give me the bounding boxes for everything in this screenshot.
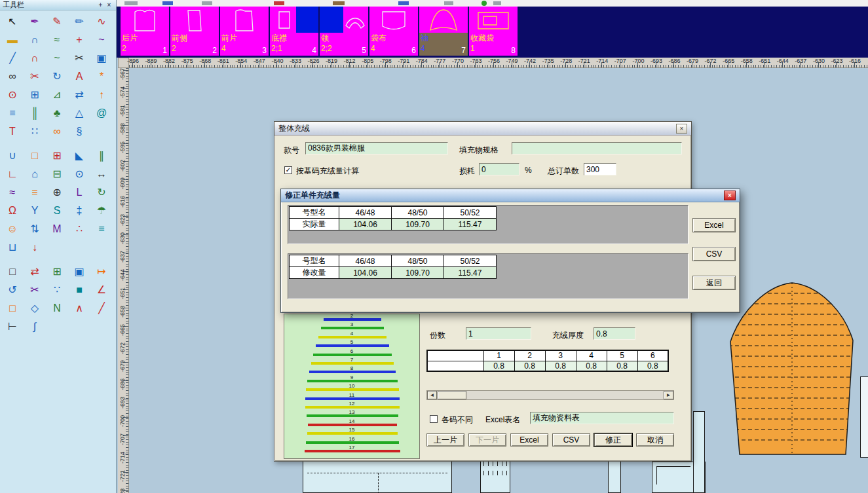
circle-dots-icon[interactable]: ⊙ xyxy=(68,165,90,183)
scroll-right-icon[interactable]: ► xyxy=(664,391,673,399)
slash-icon[interactable]: ╱ xyxy=(90,299,113,318)
magnify-icon[interactable]: ∞ xyxy=(1,67,24,86)
modify-dialog-title-bar[interactable]: 修正单件充绒量 × xyxy=(281,189,740,202)
copies-input[interactable] xyxy=(466,327,531,340)
split-icon[interactable]: ⊔ xyxy=(1,238,24,257)
by-base-size-checkbox[interactable]: ✓ xyxy=(284,166,292,174)
loss-input[interactable] xyxy=(479,163,519,175)
leaf-icon[interactable]: ♣ xyxy=(46,104,68,122)
tack-icon[interactable]: ⊢ xyxy=(1,318,24,336)
scrollbar-thumb[interactable] xyxy=(438,391,466,399)
piece-tile-5[interactable]: 领2;25 xyxy=(320,7,368,56)
spiral-icon[interactable]: @ xyxy=(90,104,113,122)
parallel-icon[interactable]: ∥ xyxy=(90,147,113,165)
needle-icon[interactable]: ‡ xyxy=(68,202,90,220)
hatch-icon[interactable]: ≡ xyxy=(1,104,24,122)
peak-icon[interactable]: ∧ xyxy=(68,299,90,318)
integral-icon[interactable]: ∫ xyxy=(24,318,46,336)
node-add-icon[interactable]: + xyxy=(68,31,90,49)
line-icon[interactable]: ╱ xyxy=(1,49,24,67)
select-piece-icon[interactable]: □ xyxy=(1,263,24,281)
modified-value-cell[interactable]: 104.06 xyxy=(339,267,392,279)
set-square-icon[interactable]: ⊿ xyxy=(46,86,68,104)
piece-tile-7[interactable]: 袖47 xyxy=(419,7,468,56)
outline-icon[interactable]: □ xyxy=(1,299,24,318)
csv-button[interactable]: CSV xyxy=(692,247,736,261)
arc-3pt-icon[interactable]: ∩ xyxy=(24,49,46,67)
overall-dialog-title-bar[interactable]: 整体充绒 × xyxy=(274,122,691,136)
grid-paper-icon[interactable]: ⊞ xyxy=(46,263,68,281)
canvas-piece-band[interactable] xyxy=(693,411,705,493)
grid-value-cell[interactable]: 0.8 xyxy=(576,361,607,371)
piece-tile-4[interactable]: 底襟2;14 xyxy=(270,7,318,56)
house-piece-icon[interactable]: ⌂ xyxy=(24,165,46,183)
vase-icon[interactable]: Ω xyxy=(1,202,24,220)
cancel-button[interactable]: 取消 xyxy=(636,433,674,447)
csv-button[interactable]: CSV xyxy=(552,433,590,447)
pocket-curve-icon[interactable]: ∪ xyxy=(1,147,24,165)
pencil-icon[interactable]: ✎ xyxy=(46,12,68,31)
pocket-icon[interactable]: □ xyxy=(24,147,46,165)
boot-icon[interactable]: L xyxy=(68,183,90,202)
shower-icon[interactable]: ☂ xyxy=(90,202,113,220)
angle-icon[interactable]: ∠ xyxy=(90,281,113,299)
piece-tile-8[interactable]: 收藏袋18 xyxy=(469,7,518,56)
modified-value-cell[interactable]: 109.70 xyxy=(392,267,444,279)
swing-arrow-icon[interactable]: ↻ xyxy=(90,183,113,202)
block-icon[interactable]: ■ xyxy=(68,281,90,299)
grid-value-cell[interactable]: 0.8 xyxy=(607,361,637,371)
grid-value-cell[interactable]: 0.8 xyxy=(637,361,668,371)
piece-tile-1[interactable]: 后片21 xyxy=(121,7,169,56)
section-icon[interactable]: § xyxy=(68,122,90,141)
pin-icon[interactable]: + xyxy=(96,1,105,9)
text-t-icon[interactable]: T xyxy=(1,122,24,141)
stamp-icon[interactable]: ▣ xyxy=(90,49,113,67)
machine-icon[interactable]: M xyxy=(46,220,68,238)
thickness-input[interactable] xyxy=(594,327,635,340)
scatter-icon[interactable]: ∴ xyxy=(68,220,90,238)
close-icon[interactable]: × xyxy=(676,124,687,134)
arc-icon[interactable]: ∩ xyxy=(24,31,46,49)
modified-value-cell[interactable]: 115.47 xyxy=(444,267,497,279)
face-icon[interactable]: ☺ xyxy=(1,220,24,238)
canvas-piece-strip[interactable] xyxy=(608,456,621,493)
export-icon[interactable]: ↦ xyxy=(90,263,113,281)
eyedropper-icon[interactable]: ~ xyxy=(90,31,113,49)
rotate-piece-icon[interactable]: ↺ xyxy=(1,281,24,299)
align-icon[interactable]: ∷ xyxy=(24,122,46,141)
ruler-icon[interactable]: ▬ xyxy=(1,31,24,49)
toolbox-title-bar[interactable]: 工具栏 + × xyxy=(0,0,116,10)
piece-tile-2[interactable]: 前侧22 xyxy=(170,7,219,56)
spec-input[interactable] xyxy=(512,142,682,155)
prev-piece-button[interactable]: 上一片 xyxy=(426,433,464,447)
clock-icon[interactable]: ⊕ xyxy=(46,183,68,202)
modify-button[interactable]: 修正 xyxy=(594,433,632,447)
canvas-piece-small[interactable] xyxy=(480,457,510,493)
cut-line-icon[interactable]: ✂ xyxy=(24,281,46,299)
piece-tile-6[interactable]: 袋布46 xyxy=(369,7,418,56)
scroll-left-icon[interactable]: ◄ xyxy=(427,391,437,399)
close-icon[interactable]: × xyxy=(724,191,736,200)
move-v-icon[interactable]: ⇅ xyxy=(24,220,46,238)
mirror-icon[interactable]: ⇄ xyxy=(68,86,90,104)
zigzag-icon[interactable]: N xyxy=(46,299,68,318)
back-button[interactable]: 返回 xyxy=(692,276,736,290)
point-pen-icon[interactable]: ✒ xyxy=(24,12,46,31)
brush-icon[interactable]: ∿ xyxy=(90,12,113,31)
swan-icon[interactable]: S xyxy=(46,202,68,220)
pleat-icon[interactable]: ≈ xyxy=(1,183,24,202)
columns-icon[interactable]: ║ xyxy=(24,104,46,122)
filled-piece-icon[interactable]: ▣ xyxy=(68,263,90,281)
corner-piece-icon[interactable]: ◣ xyxy=(68,147,90,165)
total-orders-input[interactable] xyxy=(584,163,616,175)
sleeve-pattern-piece[interactable] xyxy=(722,279,863,459)
next-piece-button[interactable]: 下一片 xyxy=(468,433,506,447)
scissors-icon[interactable]: ✂ xyxy=(68,49,90,67)
dots-icon[interactable]: ∵ xyxy=(46,281,68,299)
grid-icon[interactable]: ⊞ xyxy=(24,86,46,104)
boxed-minus-icon[interactable]: ⊟ xyxy=(46,165,68,183)
style-no-input[interactable] xyxy=(305,142,448,155)
excel-button[interactable]: Excel xyxy=(692,218,736,232)
spray-icon[interactable]: * xyxy=(90,67,113,86)
each-size-diff-checkbox[interactable] xyxy=(430,415,438,423)
